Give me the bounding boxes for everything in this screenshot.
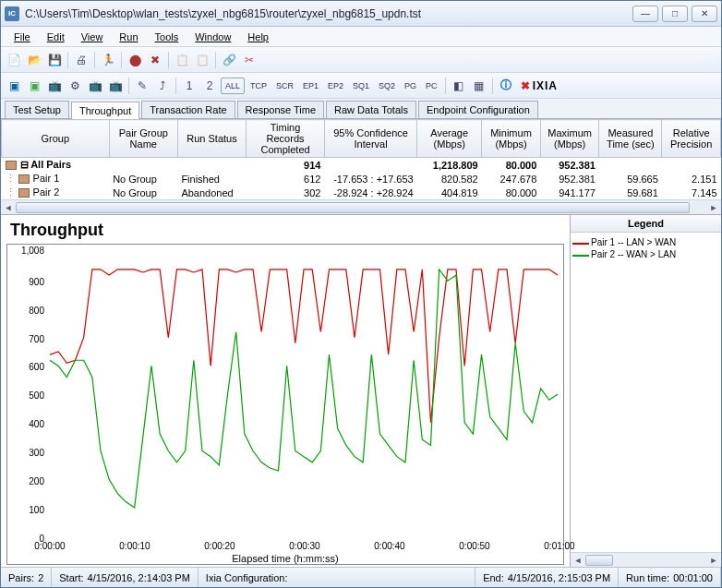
col-prec[interactable]: Relative Precision [662,120,721,158]
tab-test-setup[interactable]: Test Setup [5,101,69,118]
y-tick: 400 [7,419,44,429]
table-row[interactable]: ⊟ All Pairs9141,218.80980.000952.381 [2,158,721,173]
table-scrollbar[interactable]: ◄ ► [1,199,721,214]
col-ci[interactable]: 95% Confidence Interval [324,120,416,158]
tab-endpoint-config[interactable]: Endpoint Configuration [418,101,538,118]
menubar: File Edit View Run Tools Window Help [1,27,721,47]
x-tick: 0:00:30 [289,541,319,551]
statusbar: Pairs:2 Start:4/15/2016, 2:14:03 PM Ixia… [1,567,721,587]
x-axis-label: Elapsed time (h:mm:ss) [7,551,563,564]
paste-icon[interactable]: 📋 [193,51,211,69]
y-tick: 1,008 [7,246,44,256]
pair-icon [18,174,30,184]
close-button[interactable]: ✕ [692,6,717,22]
x-tick: 0:00:10 [119,541,150,551]
minimize-button[interactable]: — [632,6,658,22]
tool-icon-4[interactable]: ⚙ [66,77,84,95]
group-icon [6,161,17,170]
tab-response-time[interactable]: Response Time [237,101,324,118]
tool-icon-2[interactable]: ▣ [25,77,43,95]
print-icon[interactable]: 🖨 [72,51,90,69]
series-line [50,270,558,508]
scroll-left-icon[interactable]: ◄ [1,200,16,215]
save-icon[interactable]: 💾 [45,51,64,69]
stop-icon[interactable]: ⬤ [126,51,144,69]
abort-icon[interactable]: ✖ [146,51,164,69]
scroll-right-icon[interactable]: ► [706,200,721,215]
unlink-icon[interactable]: ✂ [240,51,259,69]
col-records[interactable]: Timing Records Completed [247,120,325,158]
menu-window[interactable]: Window [187,30,238,44]
y-tick: 200 [7,476,44,486]
app-icon: IC [5,6,19,21]
throughput-chart[interactable]: Mbps 01002003004005006007008009001,008 0… [6,244,564,565]
y-tick: 800 [7,305,44,315]
tool-icon-9[interactable]: 1 [180,77,199,95]
new-icon[interactable]: 📄 [5,51,23,69]
run-icon[interactable]: 🏃 [99,51,117,69]
col-max[interactable]: Maximum (Mbps) [540,120,599,158]
menu-edit[interactable]: Edit [40,30,72,44]
ixia-logo: ✖IXIA [521,79,558,92]
scroll-right-icon[interactable]: ► [706,553,721,568]
filter-sq1[interactable]: SQ1 [349,78,373,94]
table-row[interactable]: ⋮ Pair 2No GroupAbandoned302-28.924 : +2… [2,186,721,199]
col-time[interactable]: Measured Time (sec) [599,120,662,158]
tool-icon-10[interactable]: 2 [200,77,219,95]
y-tick: 100 [7,505,44,515]
y-tick: 600 [7,362,44,372]
scroll-left-icon[interactable]: ◄ [571,553,585,568]
tool-icon-5[interactable]: 📺 [86,77,104,95]
tab-throughput[interactable]: Throughput [71,102,139,119]
pair-icon [18,188,30,198]
filter-pg[interactable]: PG [401,78,420,94]
tool-icon-8[interactable]: ⤴ [153,77,172,95]
menu-file[interactable]: File [6,30,38,44]
copy-icon[interactable]: 📋 [173,51,191,69]
tool-icon-6[interactable]: 📺 [106,77,125,95]
legend-scrollbar[interactable]: ◄ ► [571,552,721,567]
table-row[interactable]: ⋮ Pair 1No GroupFinished612-17.653 : +17… [2,172,721,186]
x-tick: 0:00:40 [374,541,404,551]
tool-icon-1[interactable]: ▣ [5,77,23,95]
col-run-status[interactable]: Run Status [177,120,246,158]
tool-icon-11[interactable]: ◧ [450,77,468,95]
filter-sq2[interactable]: SQ2 [375,78,399,94]
filter-scr[interactable]: SCR [272,78,297,94]
col-avg[interactable]: Average (Mbps) [417,120,482,158]
legend-item[interactable]: Pair 1 -- LAN > WAN [572,236,719,248]
y-tick: 900 [7,276,44,286]
filter-ep1[interactable]: EP1 [299,78,322,94]
chart-title: Throughput [6,219,564,244]
maximize-button[interactable]: □ [662,6,688,22]
window-title: C:\Users\Tim\Desktop\wlan_tests\zyxel_nb… [25,7,632,20]
tool-icon-7[interactable]: ✎ [133,77,151,95]
menu-run[interactable]: Run [112,30,145,44]
x-tick: 0:00:00 [34,541,65,551]
filter-ep2[interactable]: EP2 [324,78,347,94]
tab-bar: Test Setup Throughput Transaction Rate R… [1,99,721,119]
legend-item[interactable]: Pair 2 -- WAN > LAN [572,248,719,260]
status-start: Start:4/15/2016, 2:14:03 PM [52,568,199,587]
tab-transaction-rate[interactable]: Transaction Rate [141,101,235,118]
info-icon[interactable]: ⓘ [497,77,515,95]
tab-raw-data[interactable]: Raw Data Totals [326,101,416,118]
tool-icon-3[interactable]: 📺 [45,77,64,95]
col-group[interactable]: Group [2,120,110,158]
filter-pc[interactable]: PC [422,78,441,94]
menu-tools[interactable]: Tools [148,30,187,44]
titlebar: IC C:\Users\Tim\Desktop\wlan_tests\zyxel… [1,1,721,27]
results-table: Group Pair Group Name Run Status Timing … [1,119,721,215]
tool-icon-12[interactable]: ▦ [470,77,488,95]
status-end: End:4/15/2016, 2:15:03 PM [475,568,619,587]
filter-all[interactable]: ALL [221,78,245,94]
toolbar-secondary: ▣ ▣ 📺 ⚙ 📺 📺 ✎ ⤴ 1 2 ALL TCP SCR EP1 EP2 … [1,73,721,99]
link-icon[interactable]: 🔗 [220,51,238,69]
col-pair-group[interactable]: Pair Group Name [109,120,177,158]
open-icon[interactable]: 📂 [25,51,43,69]
filter-tcp[interactable]: TCP [247,78,271,94]
menu-help[interactable]: Help [240,30,276,44]
col-min[interactable]: Minimum (Mbps) [482,120,541,158]
y-tick: 500 [7,390,44,401]
menu-view[interactable]: View [74,30,111,44]
